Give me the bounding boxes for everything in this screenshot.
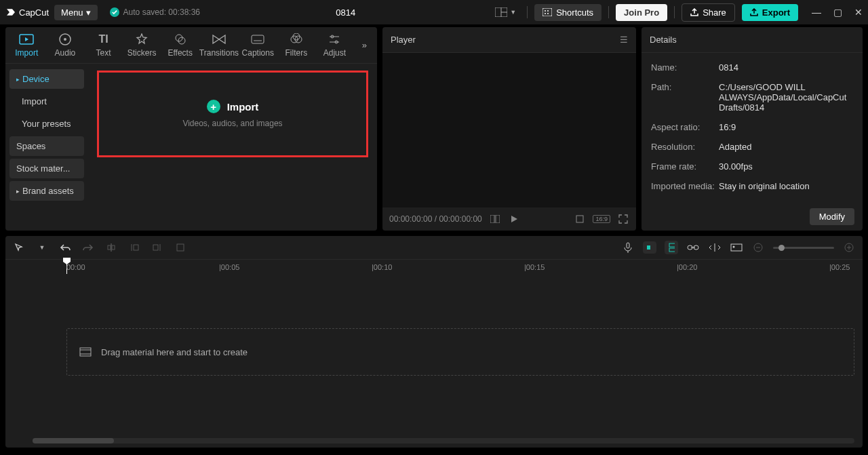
mic-button[interactable] xyxy=(621,242,635,253)
import-dropzone[interactable]: + Import Videos, audios, and images xyxy=(97,71,368,157)
tab-import[interactable]: Import xyxy=(8,33,45,58)
tab-stickers[interactable]: Stickers xyxy=(123,33,161,58)
tab-effects[interactable]: Effects xyxy=(161,33,199,58)
shortcuts-label: Shortcuts xyxy=(556,7,593,18)
tab-filters[interactable]: Filters xyxy=(278,33,315,58)
share-button[interactable]: Share xyxy=(682,3,735,22)
tab-text[interactable]: TI Text xyxy=(85,33,122,58)
titlebar-right: ▼ Shortcuts Join Pro Share Export — ▢ ✕ xyxy=(491,3,863,22)
tree-item-stock[interactable]: Stock mater... xyxy=(9,159,84,178)
timeline-panel: ▼ 00:00 |00:05 |00:10 |00:15 |00:20 |00:… xyxy=(5,236,863,448)
import-zone-wrap: + Import Videos, audios, and images xyxy=(88,64,377,231)
export-button[interactable]: Export xyxy=(742,4,798,21)
svg-point-11 xyxy=(176,35,182,41)
svg-rect-49 xyxy=(80,348,91,356)
import-title: Import xyxy=(227,101,259,113)
ruler-mark: |00:20 xyxy=(677,263,697,271)
tab-label: Captions xyxy=(242,48,274,58)
transitions-icon xyxy=(212,33,226,45)
shortcuts-button[interactable]: Shortcuts xyxy=(534,4,601,21)
import-sub: Videos, audios, and images xyxy=(182,119,282,128)
svg-rect-22 xyxy=(490,215,494,223)
timeline-toolbar-right xyxy=(621,241,856,254)
tree-item-import[interactable]: Import xyxy=(9,92,84,111)
player-viewport[interactable] xyxy=(382,53,636,207)
layout-dropdown[interactable]: ▼ xyxy=(491,6,520,18)
tree-label: Import xyxy=(22,96,47,106)
minimize-button[interactable]: — xyxy=(812,7,821,18)
player-menu-button[interactable]: ☰ xyxy=(620,35,628,45)
timeline-body[interactable]: Drag material here and start to create xyxy=(5,274,863,448)
zoom-out-button[interactable] xyxy=(751,243,765,252)
pointer-tool[interactable] xyxy=(12,243,26,252)
trim-right-button[interactable] xyxy=(151,243,164,252)
detail-value: Adapted xyxy=(719,142,853,152)
tabs-more-button[interactable]: » xyxy=(355,40,374,50)
tab-captions[interactable]: Captions xyxy=(239,33,277,58)
timeline-ruler[interactable]: 00:00 |00:05 |00:10 |00:15 |00:20 |00:25 xyxy=(5,259,863,274)
tree-item-spaces[interactable]: Spaces xyxy=(9,136,84,156)
close-button[interactable]: ✕ xyxy=(854,7,863,18)
ratio-badge[interactable]: 16:9 xyxy=(593,215,610,223)
divider xyxy=(608,6,609,18)
join-pro-label: Join Pro xyxy=(624,7,659,18)
caret-icon: ▸ xyxy=(16,76,20,83)
detail-row-name: Name:0814 xyxy=(651,62,853,73)
svg-point-12 xyxy=(178,37,185,44)
tab-audio[interactable]: Audio xyxy=(47,33,84,58)
fullscreen-icon[interactable] xyxy=(617,214,629,224)
tree-item-brand[interactable]: ▸Brand assets xyxy=(9,181,84,201)
tree-label: Spaces xyxy=(16,141,45,151)
split-button[interactable] xyxy=(104,243,118,252)
svg-rect-27 xyxy=(112,245,115,250)
detail-label: Frame rate: xyxy=(651,161,719,172)
chevron-down-icon: ▾ xyxy=(86,7,91,18)
join-pro-button[interactable]: Join Pro xyxy=(616,4,667,21)
crop-icon[interactable] xyxy=(574,214,586,224)
tree-item-device[interactable]: ▸Device xyxy=(9,69,84,89)
tab-label: Adjust xyxy=(323,48,346,58)
detail-value: 0814 xyxy=(719,62,853,73)
zoom-in-button[interactable] xyxy=(842,243,856,252)
drop-hint: Drag material here and start to create xyxy=(101,347,248,357)
detail-label: Imported media: xyxy=(651,181,719,191)
zoom-knob[interactable] xyxy=(778,245,785,251)
svg-point-43 xyxy=(733,246,735,248)
timeline-dropzone[interactable]: Drag material here and start to create xyxy=(66,328,854,376)
detail-label: Resolution: xyxy=(651,142,719,152)
player-footer-right: 16:9 xyxy=(574,214,629,224)
export-label: Export xyxy=(762,7,790,18)
tree-item-presets[interactable]: Your presets xyxy=(9,114,84,134)
scrollbar-thumb[interactable] xyxy=(33,438,114,443)
svg-point-7 xyxy=(547,13,549,14)
redo-button[interactable] xyxy=(81,243,95,252)
modify-button[interactable]: Modify xyxy=(810,208,854,225)
tab-adjust[interactable]: Adjust xyxy=(316,33,353,58)
ruler-mark: |00:10 xyxy=(372,263,392,271)
chevron-down-icon: ▼ xyxy=(510,9,516,16)
zoom-slider[interactable] xyxy=(773,247,834,249)
tab-label: Effects xyxy=(167,48,192,58)
import-row: + Import xyxy=(207,100,259,113)
play-button[interactable] xyxy=(508,215,520,223)
tab-transitions[interactable]: Transitions xyxy=(200,33,238,58)
undo-button[interactable] xyxy=(58,243,72,252)
preview-axis-button[interactable] xyxy=(708,243,722,252)
detail-row-imported: Imported media:Stay in original location xyxy=(651,181,853,191)
compare-icon[interactable] xyxy=(489,215,501,223)
check-icon xyxy=(110,7,119,17)
cover-button[interactable] xyxy=(730,243,743,252)
captions-icon xyxy=(250,33,265,45)
timeline-scrollbar[interactable] xyxy=(33,438,854,443)
maximize-button[interactable]: ▢ xyxy=(833,7,842,18)
crop-button[interactable] xyxy=(174,243,187,252)
menu-button[interactable]: Menu ▾ xyxy=(54,5,98,20)
magnet-button[interactable] xyxy=(643,241,656,254)
player-footer: 00:00:00:00 / 00:00:00:00 16:9 xyxy=(382,207,636,231)
window-controls: — ▢ ✕ xyxy=(812,7,863,18)
pointer-dropdown[interactable]: ▼ xyxy=(35,244,49,251)
trim-left-button[interactable] xyxy=(127,243,141,252)
link-button[interactable] xyxy=(686,244,700,251)
tab-label: Transitions xyxy=(199,48,239,58)
linkage-button[interactable] xyxy=(665,241,678,254)
